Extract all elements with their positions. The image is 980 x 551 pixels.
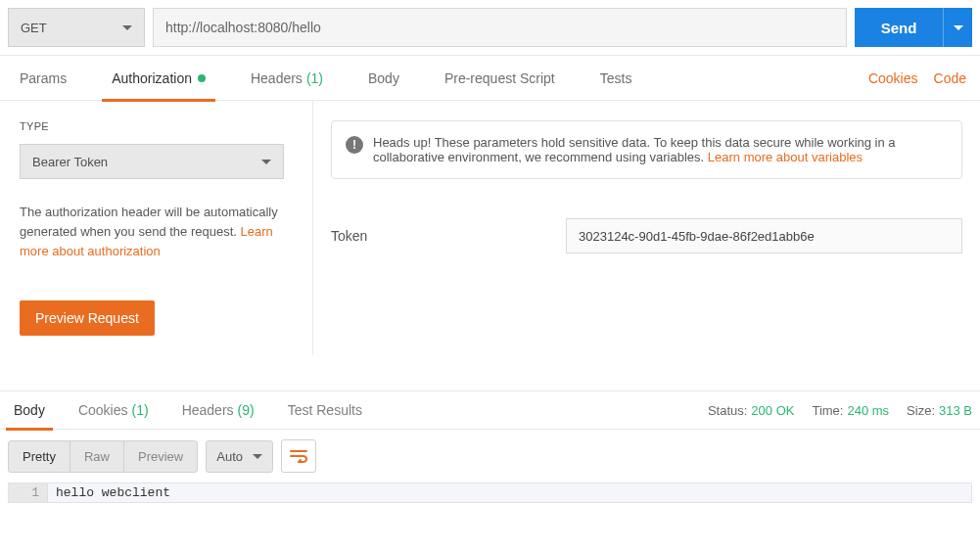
- tab-prerequest[interactable]: Pre-request Script: [439, 56, 561, 101]
- info-icon: !: [346, 136, 363, 154]
- chevron-down-icon: [261, 160, 271, 164]
- tab-authorization[interactable]: Authorization: [106, 56, 211, 101]
- chevron-down-icon: [122, 25, 132, 30]
- response-tab-body[interactable]: Body: [8, 390, 51, 430]
- auth-type-select[interactable]: Bearer Token: [20, 144, 284, 179]
- response-tab-headers[interactable]: Headers (9): [176, 390, 260, 430]
- http-method-select[interactable]: GET: [8, 8, 145, 47]
- response-tab-cookies[interactable]: Cookies (1): [72, 390, 155, 430]
- time-label: Time:240 ms: [812, 403, 889, 418]
- token-label: Token: [331, 228, 566, 244]
- time-value: 240 ms: [847, 403, 889, 418]
- chevron-down-icon: [954, 25, 963, 30]
- send-button[interactable]: Send: [855, 8, 943, 47]
- url-input[interactable]: [153, 8, 847, 47]
- chevron-down-icon: [253, 454, 262, 459]
- send-dropdown-button[interactable]: [943, 8, 972, 47]
- learn-variables-link[interactable]: Learn more about variables: [708, 150, 863, 164]
- response-body-area[interactable]: 1 hello webclient: [8, 482, 972, 503]
- size-label: Size:313 B: [907, 403, 972, 418]
- auth-type-label: TYPE: [20, 120, 293, 132]
- tab-headers[interactable]: Headers (1): [245, 56, 329, 101]
- status-label: Status:200 OK: [708, 403, 795, 418]
- tab-params[interactable]: Params: [14, 56, 72, 101]
- wrap-toggle-button[interactable]: [281, 439, 316, 473]
- view-pretty-button[interactable]: Pretty: [9, 441, 70, 472]
- auth-active-indicator-icon: [198, 74, 206, 82]
- wrap-icon: [290, 449, 307, 463]
- tab-tests[interactable]: Tests: [594, 56, 638, 101]
- auth-type-value: Bearer Token: [32, 155, 108, 169]
- size-value: 313 B: [939, 403, 972, 418]
- http-method-value: GET: [21, 21, 47, 35]
- response-body-text: hello webclient: [48, 483, 971, 502]
- view-raw-button[interactable]: Raw: [70, 441, 124, 472]
- view-preview-button[interactable]: Preview: [124, 441, 197, 472]
- status-value: 200 OK: [751, 403, 794, 418]
- view-mode-group: Pretty Raw Preview: [8, 440, 198, 473]
- tab-body[interactable]: Body: [362, 56, 405, 101]
- code-link[interactable]: Code: [934, 70, 966, 86]
- token-input[interactable]: [566, 218, 962, 253]
- sensitive-data-banner: ! Heads up! These parameters hold sensit…: [331, 120, 962, 179]
- preview-request-button[interactable]: Preview Request: [20, 300, 155, 336]
- response-tab-test-results[interactable]: Test Results: [282, 390, 368, 430]
- format-select[interactable]: Auto: [206, 440, 273, 473]
- cookies-link[interactable]: Cookies: [868, 70, 918, 86]
- auth-help-text: The authorization header will be automat…: [20, 203, 284, 261]
- line-number: 1: [9, 483, 48, 502]
